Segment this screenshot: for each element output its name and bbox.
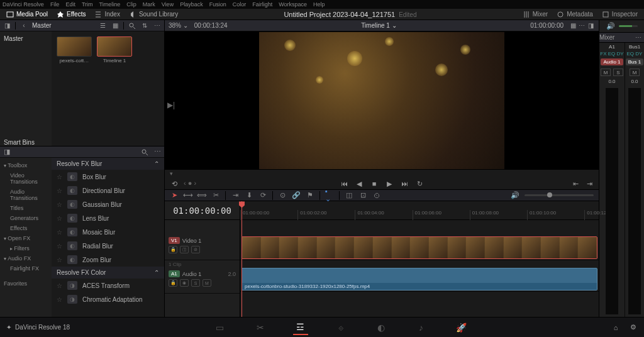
effects-toggle[interactable]: Effects: [57, 11, 86, 18]
timeline-timecode[interactable]: 01:00:00:00: [165, 201, 240, 220]
media-clip[interactable]: pexels-cott…: [57, 36, 92, 64]
favorites-header[interactable]: Favorites: [0, 279, 52, 289]
options-icon[interactable]: ⋯: [153, 21, 162, 30]
playhead[interactable]: [242, 201, 242, 317]
menu-item[interactable]: Workspace: [279, 1, 307, 8]
viewer-timecode-left[interactable]: 00:00:13:24: [194, 22, 228, 29]
solo-button[interactable]: S: [191, 279, 200, 287]
master-bin[interactable]: Master: [0, 34, 52, 43]
menu-item[interactable]: DaVinci Resolve: [3, 1, 44, 8]
fx-item[interactable]: ☆◐Box Blur: [52, 170, 164, 184]
fx-item[interactable]: ☆◑ACES Transform: [52, 279, 164, 292]
menu-item[interactable]: Fusion: [209, 1, 226, 8]
star-icon[interactable]: ☆: [57, 243, 62, 250]
master-volume-slider[interactable]: [619, 25, 638, 27]
metadata-toggle[interactable]: Metadata: [557, 11, 593, 18]
volume-slider[interactable]: [525, 194, 594, 196]
list-view-icon[interactable]: ☰: [98, 21, 107, 30]
goto-in-icon[interactable]: ⇤: [571, 179, 580, 188]
retime-icon[interactable]: ⏲: [372, 191, 381, 200]
fx-subcategory[interactable]: Effects: [0, 223, 52, 233]
fx-item[interactable]: ☆◐Directional Blur: [52, 184, 164, 197]
crop-icon[interactable]: ⊡: [358, 191, 367, 200]
last-frame-button[interactable]: ⏭: [400, 179, 409, 188]
overwrite-icon[interactable]: ⬇: [245, 191, 253, 200]
menu-item[interactable]: View: [162, 1, 174, 8]
fx-subcategory[interactable]: Titles: [0, 203, 52, 213]
first-frame-button[interactable]: ⏮: [340, 179, 348, 188]
blade-tool[interactable]: ✂: [211, 191, 220, 200]
audio-track[interactable]: pexels-cottonbro-studio-3189332-1920x128…: [240, 267, 599, 292]
fader-value[interactable]: 0.0: [607, 77, 616, 86]
media-pool-toggle[interactable]: Media Pool: [6, 11, 48, 18]
fairlight-page-tab[interactable]: ♪: [414, 320, 429, 335]
search-icon[interactable]: [128, 21, 136, 30]
bus-selector[interactable]: Bus 1: [626, 58, 643, 65]
video-track[interactable]: [240, 235, 599, 260]
record-arm-icon[interactable]: ◉: [180, 279, 189, 287]
expand-icon[interactable]: ◨: [586, 21, 595, 30]
fx-subcategory[interactable]: Audio Transitions: [0, 187, 52, 203]
collapse-icon[interactable]: ◨: [3, 148, 11, 157]
marker-button[interactable]: ▪ ⌄: [325, 191, 334, 200]
auto-select-icon[interactable]: ◫: [180, 246, 189, 253]
gallery-icon[interactable]: ▦: [569, 21, 577, 30]
video-clip[interactable]: [242, 236, 597, 259]
dynamic-zoom-icon[interactable]: ◫: [345, 191, 353, 200]
star-icon[interactable]: ☆: [57, 282, 62, 289]
timeline-name-dropdown[interactable]: Timeline 1 ⌄: [228, 22, 531, 29]
match-frame-icon[interactable]: ⟲: [170, 179, 179, 188]
toolbox-category[interactable]: Toolbox: [0, 160, 52, 170]
viewer-scrubber[interactable]: ▾: [165, 170, 599, 179]
sort-icon[interactable]: ⇅: [140, 21, 149, 30]
volume-icon[interactable]: 🔊: [511, 191, 519, 200]
link-toggle[interactable]: 🔗: [292, 191, 301, 200]
star-icon[interactable]: ☆: [57, 174, 62, 180]
timeline-tracks[interactable]: 01:00:00:00 01:00:02:00 01:00:04:00 01:0…: [240, 201, 599, 317]
fx-item[interactable]: ☆◐Zoom Blur: [52, 253, 164, 267]
thumb-view-icon[interactable]: ▦: [111, 21, 119, 30]
fx-item[interactable]: ☆◐Gaussian Blur: [52, 197, 164, 211]
breadcrumb[interactable]: Master: [32, 22, 52, 29]
cut-page-tab[interactable]: ✂: [253, 320, 268, 335]
filters-category[interactable]: Filters: [0, 243, 52, 253]
star-icon[interactable]: ☆: [57, 201, 62, 208]
mixer-toggle[interactable]: Mixer: [523, 11, 548, 18]
star-icon[interactable]: ☆: [57, 229, 62, 236]
lock-icon[interactable]: ⚑: [306, 191, 314, 200]
menu-item[interactable]: Trim: [82, 1, 93, 8]
prev-edit-icon[interactable]: ▶|: [167, 101, 175, 109]
fx-item[interactable]: ☆◐Mosaic Blur: [52, 225, 164, 239]
mute-button[interactable]: M: [601, 69, 611, 76]
star-icon[interactable]: ☆: [57, 296, 62, 303]
timeline-ruler[interactable]: 01:00:00:00 01:00:02:00 01:00:04:00 01:0…: [240, 201, 599, 220]
goto-out-icon[interactable]: ⇥: [585, 179, 594, 188]
replace-icon[interactable]: ⟳: [258, 191, 267, 200]
options-icon[interactable]: ⋯: [577, 21, 586, 30]
selection-tool[interactable]: ➤: [170, 191, 179, 200]
play-reverse-button[interactable]: ◀: [355, 179, 364, 188]
menu-item[interactable]: Mark: [143, 1, 155, 8]
trim-tool[interactable]: ⟷: [184, 191, 192, 200]
track-badge[interactable]: A1: [169, 270, 180, 277]
index-toggle[interactable]: Index: [94, 11, 119, 18]
audio-clip[interactable]: pexels-cottonbro-studio-3189332-1920x128…: [242, 268, 597, 290]
inspector-toggle[interactable]: Inspector: [602, 11, 638, 18]
track-selector[interactable]: Audio 1: [601, 58, 623, 65]
menu-item[interactable]: Playback: [180, 1, 203, 8]
home-icon[interactable]: ⌂: [611, 323, 620, 332]
fx-subcategory[interactable]: Fairlight FX: [0, 263, 52, 273]
marker-nav[interactable]: ‹ ● ›: [184, 179, 196, 188]
collapse-icon[interactable]: ◨: [3, 21, 11, 30]
media-page-tab[interactable]: ▭: [213, 320, 228, 335]
search-icon[interactable]: [140, 148, 149, 157]
loop-button[interactable]: ↻: [415, 179, 424, 188]
star-icon[interactable]: ☆: [57, 257, 62, 263]
audiofx-category[interactable]: Audio FX: [0, 253, 52, 263]
mute-button[interactable]: M: [203, 279, 211, 287]
disable-track-icon[interactable]: ⊘: [191, 246, 200, 253]
fx-subcategory[interactable]: Generators: [0, 213, 52, 223]
dynamic-trim-tool[interactable]: ⟺: [197, 191, 206, 200]
speaker-icon[interactable]: 🔊: [606, 22, 615, 31]
lock-track-icon[interactable]: 🔒: [169, 246, 177, 253]
